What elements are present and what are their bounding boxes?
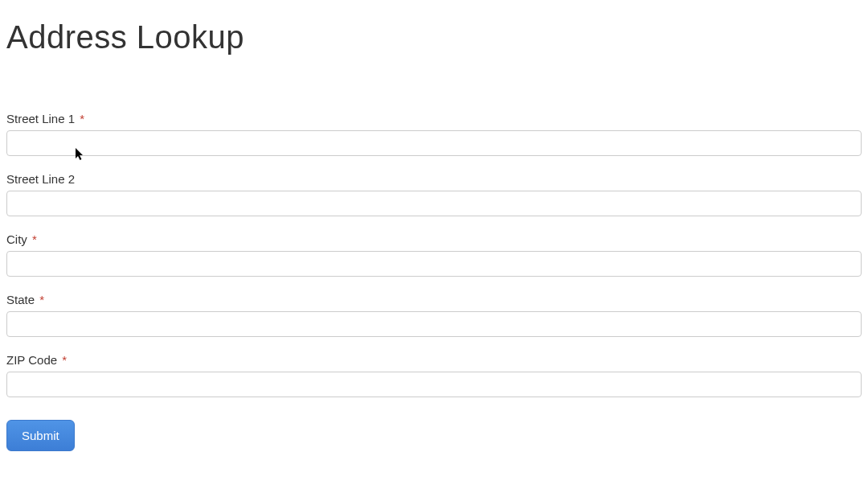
zip-label: ZIP Code * [6,353,862,367]
submit-button[interactable]: Submit [6,420,75,451]
street-line-2-group: Street Line 2 [6,172,862,216]
city-group: City * [6,232,862,277]
city-label: City * [6,232,862,246]
required-mark: * [32,232,37,246]
zip-label-text: ZIP Code [6,353,57,367]
state-input[interactable] [6,311,862,337]
street-line-2-input[interactable] [6,191,862,216]
page-title: Address Lookup [6,19,862,55]
required-mark: * [39,293,44,306]
street-line-1-label-text: Street Line 1 [6,112,75,125]
street-line-2-label-text: Street Line 2 [6,172,75,186]
state-label: State * [6,293,862,306]
required-mark: * [80,112,84,125]
state-label-text: State [6,293,35,306]
street-line-1-group: Street Line 1 * [6,112,862,156]
required-mark: * [62,353,67,367]
city-label-text: City [6,232,27,246]
city-input[interactable] [6,251,862,277]
state-group: State * [6,293,862,337]
zip-group: ZIP Code * [6,353,862,397]
street-line-1-input[interactable] [6,130,862,156]
address-form: Street Line 1 * Street Line 2 City * Sta… [6,112,862,451]
zip-input[interactable] [6,372,862,397]
street-line-2-label: Street Line 2 [6,172,862,186]
street-line-1-label: Street Line 1 * [6,112,862,125]
